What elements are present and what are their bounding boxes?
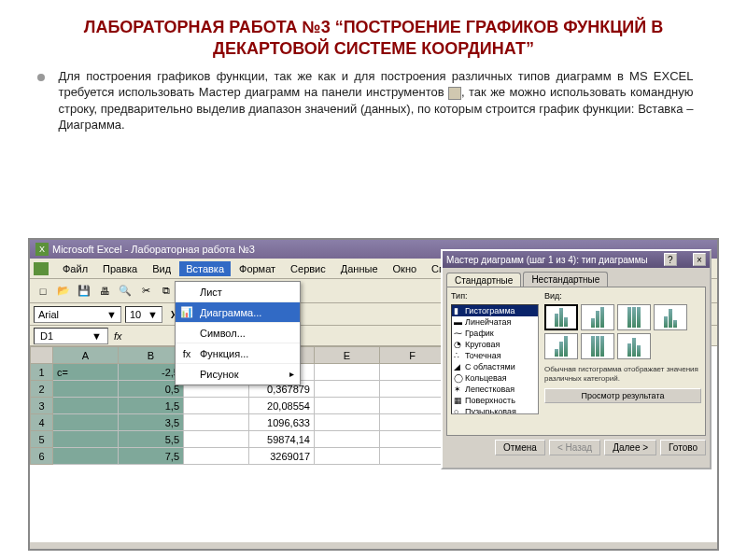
next-button[interactable]: Далее > [604, 440, 656, 455]
cell[interactable] [184, 431, 249, 448]
bar-icon: ▬ [454, 317, 463, 327]
tab-standard[interactable]: Стандартные [446, 273, 521, 287]
list-item[interactable]: ◯Кольцевая [452, 372, 538, 384]
col-header[interactable]: F [380, 347, 445, 364]
menu-item-picture[interactable]: Рисунок▸ [176, 364, 300, 385]
preview-result-button[interactable]: Просмотр результата [544, 388, 701, 403]
menu-item-sheet[interactable]: Лист [176, 282, 300, 302]
cell[interactable]: 0,5 [119, 381, 184, 398]
row-header[interactable]: 1 [31, 364, 53, 381]
menu-edit[interactable]: Правка [96, 261, 144, 276]
cell[interactable] [184, 398, 249, 414]
select-all[interactable] [31, 347, 53, 364]
chart-icon: 📊 [179, 305, 194, 320]
cell[interactable]: 1096,633 [249, 414, 315, 431]
menu-format[interactable]: Формат [233, 261, 282, 276]
cell[interactable]: 59874,14 [249, 431, 315, 448]
cell[interactable] [184, 448, 249, 465]
chart-subtype[interactable] [617, 304, 651, 330]
cell[interactable]: -2,5 [119, 364, 184, 381]
list-item[interactable]: ◢С областями [452, 361, 538, 372]
row-header[interactable]: 2 [31, 381, 53, 398]
cell[interactable] [53, 414, 119, 431]
menu-item-function[interactable]: fxФункция... [176, 343, 300, 364]
close-icon[interactable]: ? [664, 253, 677, 266]
cell[interactable]: 3269017 [249, 448, 315, 465]
type-label: Тип: [451, 291, 539, 301]
tab-nonstandard[interactable]: Нестандартные [523, 272, 608, 287]
cell[interactable]: 20,08554 [249, 398, 315, 414]
cell[interactable] [380, 414, 445, 431]
cell[interactable]: c= [53, 364, 119, 381]
cancel-button[interactable]: Отмена [495, 440, 545, 455]
row-header[interactable]: 3 [31, 398, 53, 414]
cell[interactable] [315, 414, 380, 431]
menu-view[interactable]: Вид [146, 261, 177, 276]
cell[interactable] [53, 381, 119, 398]
cell[interactable] [53, 448, 119, 465]
font-size-select[interactable]: 10▼ [125, 306, 162, 323]
done-button[interactable]: Готово [660, 440, 706, 455]
copy-icon[interactable]: ⧉ [157, 282, 176, 301]
col-header[interactable]: E [315, 347, 380, 364]
font-name-select[interactable]: Arial▼ [34, 306, 121, 323]
menu-insert[interactable]: Вставка [179, 261, 231, 276]
menu-window[interactable]: Окно [387, 261, 424, 276]
cut-icon[interactable]: ✂ [136, 282, 155, 301]
list-item[interactable]: ▦Поверхность [452, 395, 538, 406]
cell[interactable]: 3,5 [119, 414, 184, 431]
name-box[interactable]: D1▼ [34, 328, 108, 344]
list-item[interactable]: ▮Гистограмма [452, 305, 538, 316]
open-icon[interactable]: 📂 [54, 282, 73, 301]
cell[interactable] [184, 414, 249, 431]
list-item[interactable]: ○Пузырьковая [452, 406, 538, 414]
close-icon[interactable]: × [693, 253, 706, 266]
chart-subtype[interactable] [581, 333, 614, 359]
cell[interactable] [380, 381, 445, 398]
fx-icon[interactable]: fx [114, 330, 122, 342]
row-header[interactable]: 4 [31, 414, 53, 431]
list-item[interactable]: ✶Лепестковая [452, 384, 538, 395]
row-header[interactable]: 5 [31, 431, 53, 448]
chart-wizard-dialog: Мастер диаграмм (шаг 1 из 4): тип диагра… [441, 249, 712, 469]
col-header[interactable]: B [119, 347, 184, 364]
cell[interactable] [380, 431, 445, 448]
chart-type-list[interactable]: ▮Гистограмма ▬Линейчатая ⁓График ◔Кругов… [451, 304, 539, 414]
chart-subtype[interactable] [581, 304, 614, 330]
save-icon[interactable]: 💾 [75, 282, 93, 301]
list-item[interactable]: ◔Круговая [452, 339, 538, 350]
new-icon[interactable]: □ [34, 282, 52, 301]
cell[interactable] [315, 431, 380, 448]
menu-file[interactable]: Файл [56, 261, 94, 276]
row-header[interactable]: 6 [31, 448, 53, 465]
menu-data[interactable]: Данные [334, 261, 385, 276]
cell[interactable] [380, 448, 445, 465]
cell[interactable] [315, 381, 380, 398]
cell[interactable] [315, 364, 380, 381]
histogram-icon: ▮ [454, 306, 463, 315]
cell[interactable] [315, 448, 380, 465]
menu-item-chart[interactable]: 📊Диаграмма... [176, 302, 300, 323]
print-icon[interactable]: 🖶 [95, 282, 114, 301]
list-item[interactable]: ⁓График [452, 328, 538, 339]
cell[interactable]: 1,5 [119, 398, 184, 414]
wizard-tabs: Стандартные Нестандартные [443, 268, 710, 287]
menu-item-symbol[interactable]: Символ... [176, 323, 300, 343]
cell[interactable] [53, 398, 119, 414]
chart-subtype[interactable] [544, 304, 578, 330]
cell[interactable] [380, 398, 445, 414]
preview-icon[interactable]: 🔍 [116, 282, 134, 301]
col-header[interactable]: A [53, 347, 119, 364]
cell[interactable]: 7,5 [119, 448, 184, 465]
menu-tools[interactable]: Сервис [284, 261, 332, 276]
cell[interactable] [315, 398, 380, 414]
back-button[interactable]: < Назад [549, 440, 600, 455]
cell[interactable] [380, 364, 445, 381]
chart-subtype[interactable] [654, 304, 687, 330]
list-item[interactable]: ▬Линейчатая [452, 316, 538, 328]
list-item[interactable]: ∴Точечная [452, 350, 538, 361]
cell[interactable] [53, 431, 119, 448]
chart-subtype[interactable] [544, 333, 578, 359]
cell[interactable]: 5,5 [119, 431, 184, 448]
chart-subtype[interactable] [617, 333, 651, 359]
